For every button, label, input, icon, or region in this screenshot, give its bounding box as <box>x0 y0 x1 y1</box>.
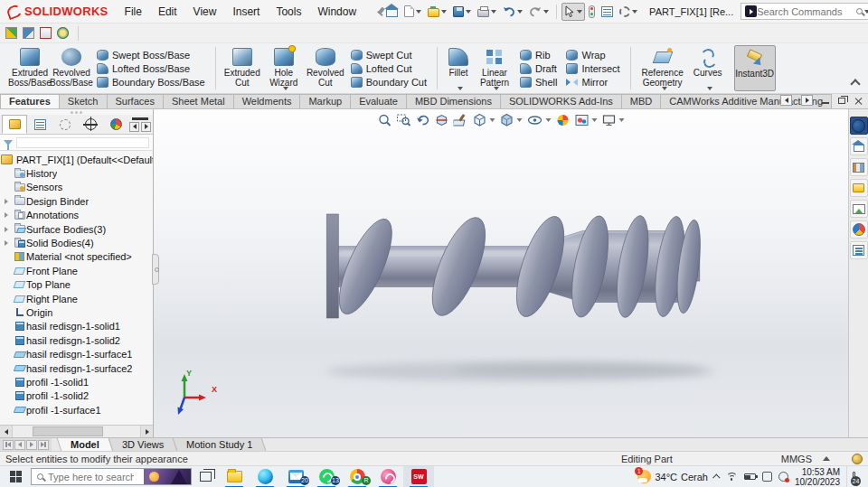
edit-appearance-button[interactable] <box>555 112 571 128</box>
splitter-bar-icon[interactable] <box>132 117 148 120</box>
paint-app-taskbar-button[interactable] <box>373 466 403 487</box>
scroll-right-button[interactable] <box>140 426 153 437</box>
first-tab-button[interactable] <box>3 440 14 450</box>
curves-button[interactable]: Curves <box>689 45 727 91</box>
expand-arrow-icon[interactable] <box>0 212 13 218</box>
taskbar-clock[interactable]: 10:53 AM 10/20/2023 <box>795 467 840 487</box>
expand-arrow-icon[interactable] <box>0 323 13 329</box>
tree-item[interactable]: Origin <box>0 305 153 319</box>
zoom-to-area-button[interactable] <box>396 112 412 128</box>
mail-taskbar-button[interactable]: 20 <box>280 466 311 487</box>
tree-item[interactable]: profil -1-surface1 <box>0 403 153 417</box>
filter-funnel-icon[interactable] <box>4 140 13 145</box>
expand-arrow-icon[interactable] <box>0 366 13 371</box>
command-tab[interactable]: Markup <box>299 94 351 108</box>
extruded-boss-button[interactable]: Extruded Boss/Base <box>9 45 51 91</box>
taskbar-search-input[interactable] <box>48 472 134 482</box>
menu-item[interactable]: Window <box>310 3 363 21</box>
wrap-button[interactable]: Wrap <box>563 49 622 61</box>
tree-item[interactable]: hasil redisgn-1-surface1 <box>0 347 153 361</box>
next-document-button[interactable] <box>801 95 813 106</box>
expand-arrow-icon[interactable] <box>0 393 13 398</box>
expand-arrow-icon[interactable] <box>0 379 13 385</box>
expand-arrow-icon[interactable] <box>0 296 13 302</box>
tree-root-item[interactable]: PART_FIX[1] (Default<<Default>_Display <box>0 153 153 166</box>
tree-item[interactable]: History <box>0 166 153 180</box>
tab-displaymanager[interactable] <box>103 115 128 134</box>
apply-scene-button[interactable] <box>574 112 599 128</box>
expand-arrow-icon[interactable] <box>0 240 13 246</box>
tree-item[interactable]: profil -1-solid2 <box>0 389 153 403</box>
expand-arrow-icon[interactable] <box>0 199 13 204</box>
scrollbar-track[interactable] <box>13 426 140 437</box>
tree-horizontal-scrollbar[interactable] <box>0 425 153 437</box>
feature-statistics-button[interactable] <box>599 4 616 20</box>
new-document-button[interactable] <box>401 3 424 20</box>
appearances-scenes-button[interactable] <box>850 220 868 239</box>
weather-widget[interactable]: 1 34°C Cerah <box>637 470 708 483</box>
tree-item[interactable]: profil -1-solid1 <box>0 375 153 389</box>
command-tab[interactable]: Evaluate <box>350 94 407 108</box>
doc-tab[interactable]: Model <box>57 438 113 451</box>
mirror-button[interactable]: Mirror <box>563 76 622 89</box>
camworks-toolbar-icon-4[interactable] <box>57 27 69 39</box>
previous-view-button[interactable] <box>415 112 431 128</box>
command-tab[interactable]: MBD <box>621 94 661 108</box>
command-tab[interactable]: SOLIDWORKS Add-Ins <box>500 94 622 108</box>
solidworks-resources-button[interactable] <box>850 137 868 155</box>
annotation-views-button[interactable] <box>453 112 469 128</box>
tree-item[interactable]: Right Plane <box>0 292 153 305</box>
camworks-toolbar-icon-3[interactable] <box>40 27 52 39</box>
instant3d-button[interactable]: Instant3D <box>734 45 776 91</box>
expand-arrow-icon[interactable] <box>0 254 13 259</box>
boundary-boss-button[interactable]: Boundary Boss/Base <box>94 76 208 89</box>
unit-system-label[interactable]: MMGS <box>781 454 812 464</box>
previous-document-button[interactable] <box>780 95 792 106</box>
command-tab[interactable]: Features <box>0 94 60 108</box>
command-tab[interactable]: Surfaces <box>107 94 164 108</box>
tray-display-icon[interactable] <box>762 472 772 482</box>
undo-button[interactable] <box>500 4 525 20</box>
section-view-button[interactable] <box>434 112 450 128</box>
display-style-button[interactable] <box>499 112 524 128</box>
3dexperience-button[interactable] <box>850 117 868 135</box>
lofted-cut-button[interactable]: Lofted Cut <box>348 62 429 75</box>
file-explorer-taskbar-button[interactable] <box>219 466 250 487</box>
scrollbar-thumb[interactable] <box>33 426 103 436</box>
rib-button[interactable]: Rib <box>517 49 560 61</box>
tree-item[interactable]: hasil redisgn-1-solid2 <box>0 333 153 347</box>
prev-tab-button[interactable] <box>14 440 25 450</box>
tree-item[interactable]: Front Plane <box>0 264 153 277</box>
menu-item[interactable]: Tools <box>269 3 308 21</box>
command-tab[interactable]: Sheet Metal <box>163 94 234 108</box>
start-button[interactable] <box>0 466 31 487</box>
expand-arrow-icon[interactable] <box>0 338 13 343</box>
fm-tabs-scroll-left-button[interactable] <box>129 122 139 132</box>
doc-close-button[interactable] <box>854 97 863 105</box>
menu-item[interactable]: View <box>186 3 224 21</box>
wifi-icon[interactable] <box>726 473 738 482</box>
tree-item[interactable]: Solid Bodies(4) <box>0 236 153 249</box>
search-commands-input[interactable] <box>757 6 856 17</box>
design-library-button[interactable] <box>850 158 868 176</box>
edge-taskbar-button[interactable] <box>250 466 280 487</box>
expand-arrow-icon[interactable] <box>0 282 13 287</box>
custom-properties-button[interactable] <box>850 241 868 259</box>
extruded-cut-button[interactable]: Extruded Cut <box>222 45 263 91</box>
menu-item[interactable]: Insert <box>225 3 267 21</box>
lofted-boss-button[interactable]: Lofted Boss/Base <box>94 62 208 75</box>
menu-item[interactable]: File <box>118 3 149 21</box>
file-explorer-button[interactable] <box>850 179 868 197</box>
tray-sync-icon[interactable] <box>778 472 788 482</box>
boundary-cut-button[interactable]: Boundary Cut <box>348 76 429 89</box>
save-button[interactable] <box>450 4 474 20</box>
expand-arrow-icon[interactable] <box>0 407 13 413</box>
tab-featuremanager[interactable] <box>2 115 27 134</box>
panel-collapse-handle[interactable] <box>152 254 159 285</box>
tree-item[interactable]: hasil redisgn-1-surface2 <box>0 361 153 375</box>
expand-arrow-icon[interactable] <box>0 351 13 357</box>
status-tag-icon[interactable] <box>852 454 863 464</box>
command-tab[interactable]: Weldments <box>233 94 301 108</box>
doc-restore-button[interactable] <box>838 98 845 104</box>
solidworks-taskbar-button[interactable]: SW <box>403 466 434 487</box>
